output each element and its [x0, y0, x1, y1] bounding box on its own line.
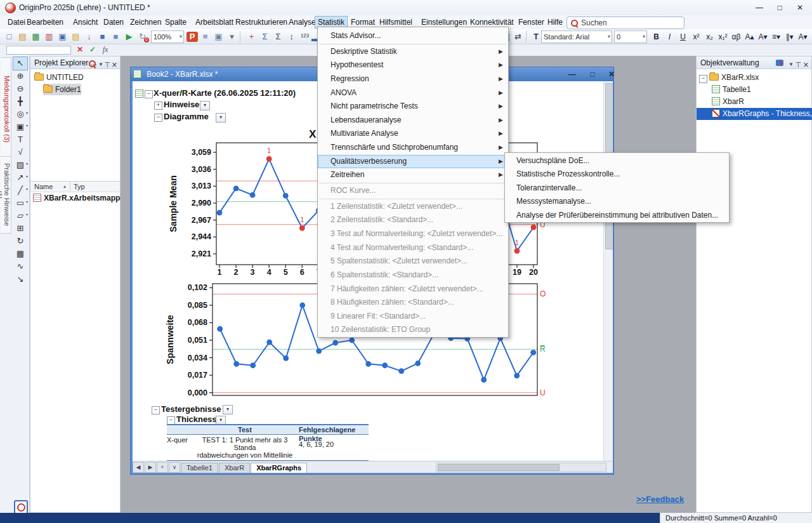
- new-file-icon[interactable]: □: [3, 30, 16, 43]
- rectangle-tool-icon[interactable]: ▭▾: [13, 197, 27, 209]
- recalculate-icon[interactable]: ↻0: [136, 30, 149, 43]
- tick-style-button[interactable]: ∥▾: [783, 30, 796, 43]
- import-wizard-icon[interactable]: ▥: [43, 30, 56, 43]
- layout-panels-icon[interactable]: ▣: [212, 30, 225, 43]
- testergebnisse-options-icon[interactable]: ▾: [223, 405, 233, 414]
- zoom-out-tool-icon[interactable]: ⊖: [13, 83, 27, 95]
- menu-item-qualit-tsverbesserung[interactable]: Qualitätsverbesserung▶: [318, 155, 508, 169]
- collapse-diagramme-icon[interactable]: −: [154, 114, 162, 122]
- menu-arbeitsblatt[interactable]: Arbeitsblatt: [193, 17, 236, 28]
- new-workbook-icon[interactable]: ▦: [29, 30, 43, 43]
- menu-restrukturieren[interactable]: Restrukturieren: [233, 17, 290, 28]
- feedback-link[interactable]: >>Feedback: [636, 494, 684, 504]
- bold-button[interactable]: B: [650, 30, 663, 43]
- menu-item-roc-kurve[interactable]: ROC Kurve...: [318, 184, 508, 198]
- annotation-tool-icon[interactable]: ▣▾: [13, 121, 27, 133]
- open-template-icon[interactable]: ▤: [16, 30, 29, 43]
- book2-close-button[interactable]: ✕: [603, 67, 620, 81]
- menu-item-multivariate-analyse[interactable]: Multivariate Analyse▶: [318, 127, 508, 141]
- superscript-button[interactable]: x²: [690, 30, 703, 43]
- collapse-report-icon[interactable]: −: [145, 90, 153, 98]
- panel-tab-meldungsprotokoll-3[interactable]: Meldungsprotokoll (3): [1, 57, 11, 161]
- font-smaller-button[interactable]: A▾: [756, 30, 769, 43]
- cancel-edit-button[interactable]: ✕: [75, 45, 85, 55]
- italic-button[interactable]: I: [663, 30, 676, 43]
- hinweise-options-icon[interactable]: ▾: [200, 101, 210, 110]
- section-testergebnisse[interactable]: Testergebnisse: [161, 404, 221, 414]
- menu-spalte[interactable]: Spalte: [162, 17, 189, 28]
- sum-column-icon[interactable]: Σ: [258, 30, 272, 43]
- cell-edit-input[interactable]: [6, 46, 71, 55]
- zoom-combo[interactable]: 100%▾: [151, 30, 184, 43]
- close-icon[interactable]: ✕: [803, 58, 809, 71]
- menu-item-stats-advisor[interactable]: Stats Advisor...: [318, 29, 508, 43]
- object-root[interactable]: −XBarR.xlsx: [699, 72, 759, 84]
- close-icon[interactable]: ✕: [112, 58, 117, 71]
- pan-tool-icon[interactable]: ⊞: [13, 222, 27, 235]
- search-input[interactable]: Suchen: [566, 17, 684, 29]
- greek-button[interactable]: αβ: [730, 30, 743, 43]
- font-color-button[interactable]: A▾: [796, 30, 809, 43]
- book2-minimize-button[interactable]: —: [563, 67, 581, 81]
- workbook-list-item[interactable]: XBarR.x...Arbeitsmappe: [33, 192, 80, 204]
- mask-tool-icon[interactable]: ▨▾: [13, 159, 27, 171]
- object-tabelle1[interactable]: Tabelle1: [712, 84, 751, 96]
- insert-worksheet-icon[interactable]: ▦: [13, 248, 27, 260]
- search-icon[interactable]: [89, 60, 96, 67]
- run-script-icon[interactable]: ▶: [122, 30, 136, 43]
- equation-tool-icon[interactable]: √: [13, 146, 27, 159]
- tab-nav-[interactable]: ◀: [133, 462, 144, 473]
- diagramme-options-icon[interactable]: ▾: [216, 113, 226, 122]
- chevron-down-icon[interactable]: ▼: [98, 58, 103, 71]
- tab-nav-[interactable]: ∨: [169, 462, 180, 473]
- toolbar-more-icon[interactable]: ▾: [225, 30, 239, 43]
- font-size-combo[interactable]: 0▾: [614, 30, 647, 43]
- project-folder-folder1[interactable]: Folder1: [43, 84, 81, 95]
- submenu-item-toleranzintervalle[interactable]: Toleranzintervalle...: [505, 182, 729, 195]
- new-notes-icon[interactable]: ▣: [56, 30, 69, 43]
- close-button[interactable]: ✕: [789, 0, 811, 15]
- polygon-tool-icon[interactable]: ▱▾: [13, 209, 27, 222]
- font-larger-button[interactable]: A▴: [743, 30, 756, 43]
- set-format-123-icon[interactable]: ¹²³: [298, 30, 311, 43]
- menu-item-hypothesentest[interactable]: Hypothesentest▶: [318, 58, 508, 72]
- pin-icon[interactable]: ⊤: [104, 58, 110, 71]
- font-combo[interactable]: Standard: Arial▾: [541, 30, 612, 43]
- save-as-icon[interactable]: ■: [109, 30, 122, 43]
- menu-item-trennsch-rfe-und-stichprobenumfang[interactable]: Trennschärfe und Stichprobenumfang▶: [318, 141, 508, 155]
- horizontal-scrollbar[interactable]: [436, 463, 606, 472]
- menu-item-lebensdaueranalyse[interactable]: Lebensdaueranalyse▶: [318, 114, 508, 128]
- open-folder-icon[interactable]: ▤: [69, 30, 82, 43]
- tab-nav-[interactable]: +: [157, 462, 168, 473]
- rotate-tool-icon[interactable]: ↻: [13, 235, 27, 248]
- collapse-testergebnisse-icon[interactable]: −: [152, 406, 160, 414]
- subsection-thickness[interactable]: Thickness: [176, 414, 217, 424]
- scrollbar-thumb[interactable]: [438, 464, 560, 471]
- menu-item-5-spaltenstatistik-zuletzt-verwendet[interactable]: 5 Spaltenstatistik: <Zuletzt verwendet>.…: [318, 255, 508, 268]
- vertical-scrollbar[interactable]: [603, 81, 613, 461]
- submenu-item-analyse-der-pr-fer-bereinstimmung-bei-attributiven-daten[interactable]: Analyse der Prüferübereinstimmung bei at…: [505, 209, 729, 222]
- menu-item-deskriptive-statistik[interactable]: Deskriptive Statistik▶: [318, 45, 508, 59]
- underline-button[interactable]: U: [676, 30, 690, 43]
- menu-item-10-zeilenstatistik-eto-group[interactable]: 10 Zeilenstatistik: ETO Group: [318, 323, 508, 337]
- submenu-item-statistische-prozesskontrolle[interactable]: Statistische Prozesskontrolle...: [505, 168, 729, 181]
- save-project-icon[interactable]: ■: [96, 30, 109, 43]
- menu-item-4-test-auf-normalverteilung-standard[interactable]: 4 Test auf Normalverteilung: <Standard>.…: [318, 241, 508, 255]
- menu-item-3-test-auf-normalverteilung-zuletzt-verwendet[interactable]: 3 Test auf Normalverteilung: <Zuletzt ve…: [318, 227, 508, 241]
- panel-tab-praktische-hinweise-1[interactable]: Praktische Hinweise (1): [1, 156, 11, 234]
- sort-icon[interactable]: ↕: [285, 30, 298, 43]
- menu-daten[interactable]: Daten: [101, 17, 126, 28]
- menu-analyse[interactable]: Analyse: [286, 17, 318, 28]
- statistics-icon[interactable]: Σ: [272, 30, 285, 43]
- submenu-item-versuchspl-ne-doe[interactable]: Versuchspläne DoE...: [505, 154, 729, 168]
- section-hinweise[interactable]: Hinweise: [164, 100, 199, 109]
- screen-reader-tool-icon[interactable]: ╋: [13, 95, 27, 108]
- menu-item-anova[interactable]: ANOVA▶: [318, 86, 508, 100]
- maximize-button[interactable]: □: [769, 0, 790, 15]
- pointer-tool-icon[interactable]: ↖: [13, 57, 27, 70]
- menu-item-6-spaltenstatistik-standard[interactable]: 6 Spaltenstatistik: <Standard>...: [318, 268, 508, 282]
- cloud-download-icon[interactable]: ↓: [82, 30, 96, 43]
- text-tool-icon[interactable]: T: [13, 133, 27, 146]
- chevron-down-icon[interactable]: ▼: [789, 58, 794, 71]
- align-button[interactable]: ≡▾: [769, 30, 783, 43]
